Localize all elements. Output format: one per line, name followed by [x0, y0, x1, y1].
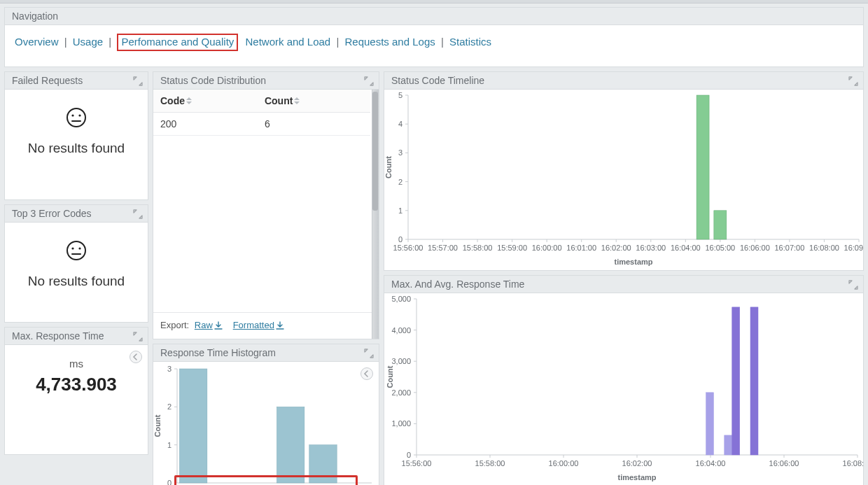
- neutral-face-icon: [5, 106, 148, 134]
- nav-link-overview[interactable]: Overview: [15, 36, 59, 48]
- cell-count: 6: [258, 112, 370, 135]
- expand-icon[interactable]: [132, 331, 144, 342]
- svg-rect-19: [179, 369, 206, 483]
- svg-text:15:56:00: 15:56:00: [402, 459, 432, 468]
- panel-response-time-histogram: Response Time Histogram 0123Count0 to 10…: [153, 344, 379, 486]
- panel-header: Status Code Timeline: [384, 72, 863, 90]
- nav-link-statistics[interactable]: Statistics: [449, 36, 491, 48]
- expand-icon[interactable]: [132, 209, 144, 220]
- panel-status-code-timeline: Status Code Timeline 012345Count15:56:00…: [384, 71, 864, 271]
- svg-rect-25: [309, 444, 337, 482]
- svg-point-2: [78, 114, 80, 116]
- download-icon: [276, 321, 284, 332]
- svg-text:16:01:00: 16:01:00: [566, 244, 596, 252]
- dashboard-grid: Failed Requests No results found Top 3 E…: [0, 67, 868, 486]
- export-raw-link[interactable]: Raw: [195, 320, 223, 330]
- svg-text:5,000: 5,000: [391, 295, 411, 303]
- navigation-header: Navigation: [5, 8, 863, 25]
- expand-icon[interactable]: [132, 76, 144, 87]
- cell-code: 200: [153, 112, 258, 135]
- expand-icon[interactable]: [848, 279, 859, 290]
- svg-text:15:59:00: 15:59:00: [497, 244, 527, 252]
- panel-title: Status Code Timeline: [391, 75, 484, 86]
- col-header-code[interactable]: Code: [153, 90, 258, 113]
- svg-text:16:08:00: 16:08:00: [809, 244, 839, 252]
- panel-top3-error-codes: Top 3 Error Codes No results found: [4, 204, 148, 323]
- svg-text:0: 0: [407, 451, 411, 459]
- panel-header: Failed Requests: [5, 72, 148, 90]
- scrollbar-track[interactable]: [372, 90, 379, 339]
- metric-unit: ms: [5, 358, 148, 370]
- nav-separator: |: [333, 36, 342, 48]
- svg-point-5: [71, 247, 74, 249]
- link-label: Raw: [195, 320, 213, 330]
- metric-display: ms 4,733.903: [5, 345, 148, 395]
- svg-text:16:06:00: 16:06:00: [740, 244, 770, 252]
- panel-status-code-distribution: Status Code Distribution Code Count: [153, 71, 379, 339]
- nav-link-usage[interactable]: Usage: [73, 36, 103, 48]
- empty-message: No results found: [5, 274, 148, 289]
- navigation-panel: Navigation Overview | Usage | Perfomance…: [4, 7, 864, 67]
- export-row: Export: Raw Formatted: [153, 312, 379, 338]
- prev-arrow-icon[interactable]: [360, 367, 373, 380]
- nav-separator: |: [438, 36, 447, 48]
- nav-link-performance-quality[interactable]: Perfomance and Quality: [121, 36, 234, 48]
- svg-text:16:08:00: 16:08:00: [843, 459, 863, 468]
- svg-point-6: [78, 247, 80, 249]
- svg-text:15:56:00: 15:56:00: [393, 244, 424, 252]
- col-header-count[interactable]: Count: [258, 90, 370, 113]
- status-code-table: Code Count 2006: [153, 90, 370, 136]
- nav-link-requests-logs[interactable]: Requests and Logs: [344, 36, 435, 48]
- expand-icon[interactable]: [848, 76, 859, 87]
- empty-state: No results found: [5, 223, 148, 302]
- prev-arrow-icon[interactable]: [130, 351, 142, 363]
- svg-text:1,000: 1,000: [391, 419, 411, 428]
- expand-icon[interactable]: [363, 76, 374, 87]
- panel-header: Status Code Distribution: [153, 72, 379, 90]
- svg-text:1: 1: [167, 440, 172, 449]
- svg-text:Count: Count: [153, 414, 162, 437]
- svg-text:3: 3: [167, 365, 172, 373]
- svg-text:0: 0: [398, 235, 402, 244]
- panel-header: Max. Response Time: [5, 328, 148, 345]
- svg-text:16:00:00: 16:00:00: [532, 244, 562, 252]
- window-top-border: [0, 0, 868, 3]
- table-row: 2006: [153, 112, 370, 135]
- svg-text:3,000: 3,000: [391, 357, 411, 365]
- nav-link-network-load[interactable]: Network and Load: [245, 36, 330, 48]
- export-formatted-link[interactable]: Formatted: [233, 320, 284, 330]
- svg-text:2,000: 2,000: [391, 388, 411, 396]
- sort-icon[interactable]: [294, 97, 301, 106]
- expand-icon[interactable]: [363, 348, 374, 359]
- svg-text:Count: Count: [384, 155, 393, 178]
- svg-text:16:02:00: 16:02:00: [601, 244, 631, 252]
- col-label: Code: [160, 95, 185, 106]
- nav-separator: |: [106, 36, 114, 48]
- svg-rect-73: [696, 95, 709, 239]
- svg-text:15:58:00: 15:58:00: [475, 459, 505, 468]
- scrollbar-thumb[interactable]: [372, 92, 378, 211]
- panel-header: Response Time Histogram: [153, 344, 379, 362]
- panel-header: Top 3 Error Codes: [5, 205, 148, 223]
- sort-icon[interactable]: [186, 97, 193, 106]
- svg-point-4: [67, 241, 85, 260]
- panel-title: Max. And Avg. Response Time: [391, 279, 524, 290]
- svg-rect-108: [750, 307, 758, 454]
- svg-rect-106: [724, 435, 732, 454]
- svg-rect-23: [276, 407, 304, 483]
- svg-text:4: 4: [398, 120, 402, 128]
- link-label: Formatted: [233, 320, 274, 330]
- svg-text:16:03:00: 16:03:00: [636, 244, 666, 252]
- panel-max-response-time: Max. Response Time ms 4,733.903: [4, 327, 148, 455]
- svg-text:15:58:00: 15:58:00: [463, 244, 493, 252]
- svg-point-0: [67, 108, 85, 127]
- panel-title: Failed Requests: [12, 75, 83, 86]
- download-icon: [214, 321, 223, 332]
- panel-header: Max. And Avg. Response Time: [384, 276, 863, 293]
- svg-text:Count: Count: [386, 365, 394, 388]
- svg-text:0: 0: [167, 479, 172, 486]
- svg-text:timestamp: timestamp: [614, 258, 652, 266]
- svg-text:1: 1: [398, 206, 402, 214]
- svg-text:2: 2: [398, 177, 402, 185]
- svg-rect-107: [732, 307, 740, 454]
